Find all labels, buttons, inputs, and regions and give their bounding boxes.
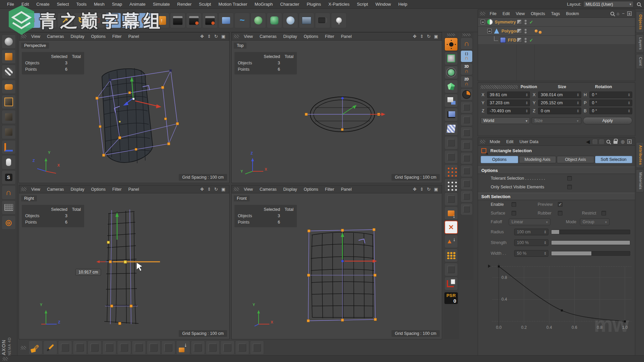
attribute-menu-item[interactable]: Mode bbox=[487, 139, 503, 144]
slide-tool-icon[interactable] bbox=[191, 341, 205, 355]
menu-item[interactable]: Snap bbox=[108, 2, 126, 7]
zoom-view-icon[interactable]: ⇕ bbox=[206, 187, 213, 192]
menu-item[interactable]: Simulate bbox=[149, 2, 174, 7]
lock-icon[interactable] bbox=[613, 141, 618, 144]
layer-color-swatch[interactable] bbox=[517, 38, 522, 43]
drag-handle-icon[interactable] bbox=[21, 346, 26, 350]
strength-slider[interactable] bbox=[551, 240, 630, 245]
psr-reset-button[interactable]: PSR 0 bbox=[444, 292, 458, 304]
search-icon[interactable] bbox=[606, 140, 610, 143]
make-editable-icon[interactable] bbox=[2, 35, 16, 49]
drag-handle-icon[interactable] bbox=[463, 34, 471, 36]
viewport-menu-item[interactable]: Panel bbox=[337, 34, 355, 39]
rubber-checkbox[interactable] bbox=[558, 211, 562, 216]
drag-handle-icon[interactable] bbox=[234, 187, 239, 191]
light-icon[interactable] bbox=[331, 13, 346, 28]
tag-dot-icon[interactable] bbox=[535, 29, 538, 33]
snap-2d-icon[interactable]: 2D bbox=[461, 76, 473, 88]
honeycomb-array-icon[interactable] bbox=[444, 249, 458, 262]
polygon-snap-icon[interactable] bbox=[461, 127, 473, 139]
mirror-tool-icon[interactable] bbox=[444, 221, 458, 234]
side-tab[interactable]: Objects bbox=[636, 11, 644, 33]
mode-dropdown[interactable]: Group▾ bbox=[580, 219, 609, 225]
attribute-tab[interactable]: Object Axis bbox=[557, 156, 594, 163]
snap-3d-icon[interactable]: 3D bbox=[461, 63, 473, 75]
enable-axis-icon[interactable] bbox=[2, 140, 16, 154]
points-orange-icon[interactable] bbox=[444, 164, 458, 178]
axis-transfer-icon[interactable] bbox=[444, 277, 458, 290]
viewport-name[interactable]: Right bbox=[21, 195, 37, 201]
viewport-menu-item[interactable]: Options bbox=[88, 34, 109, 39]
drag-handle-icon[interactable] bbox=[21, 187, 26, 191]
maximize-view-icon[interactable]: ▣ bbox=[220, 187, 227, 192]
object-row-polygon[interactable]: Polygon bbox=[478, 27, 635, 36]
pan-view-icon[interactable]: ✥ bbox=[199, 34, 206, 39]
zoom-view-icon[interactable]: ⇕ bbox=[206, 34, 213, 39]
brush-tool-icon[interactable] bbox=[235, 341, 249, 355]
target-icon[interactable]: ◎ bbox=[620, 139, 626, 144]
explode-icon[interactable] bbox=[444, 80, 458, 93]
workplane-lock-icon[interactable] bbox=[2, 200, 16, 215]
enabled-check-icon[interactable]: ✓ bbox=[529, 38, 535, 43]
render-view-icon[interactable] bbox=[170, 13, 185, 28]
rotate-snap-icon[interactable] bbox=[461, 88, 473, 101]
enable-snap-icon[interactable] bbox=[2, 185, 16, 199]
pan-view-icon[interactable]: ✥ bbox=[199, 187, 206, 192]
viewport-solo-icon[interactable] bbox=[2, 155, 16, 169]
rotate-view-icon[interactable]: ↻ bbox=[425, 34, 432, 39]
normal-move-icon[interactable] bbox=[444, 235, 458, 248]
surface-checkbox[interactable] bbox=[512, 211, 516, 216]
menu-item[interactable]: Animate bbox=[126, 2, 149, 7]
camera-icon[interactable] bbox=[315, 13, 330, 28]
viewport-menu-item[interactable]: Panel bbox=[125, 34, 142, 39]
move-axis-icon[interactable] bbox=[444, 38, 458, 51]
menu-item[interactable]: Character bbox=[276, 2, 303, 7]
character-tool-icon[interactable] bbox=[444, 192, 458, 206]
rotate-view-icon[interactable]: ↻ bbox=[213, 34, 220, 39]
menu-item[interactable]: Motion Tracker bbox=[215, 2, 251, 7]
width-field[interactable]: 50 %⇕ bbox=[514, 250, 548, 257]
tolerant-selection-checkbox[interactable] bbox=[567, 176, 572, 181]
position-x-field[interactable]: 39.61 cm⇕ bbox=[487, 92, 530, 98]
radius-slider[interactable] bbox=[551, 230, 630, 234]
extrude-tool-icon[interactable] bbox=[102, 341, 116, 355]
side-tab[interactable]: Layers bbox=[636, 34, 644, 53]
matrix-grid-icon[interactable] bbox=[444, 122, 458, 135]
viewport-right[interactable]: ViewCamerasDisplayOptionsFilterPanel ✥ ⇕… bbox=[19, 185, 229, 339]
mograph-generator-icon[interactable] bbox=[267, 13, 282, 28]
snap-settings-icon[interactable] bbox=[2, 170, 16, 184]
restrict-checkbox[interactable] bbox=[601, 211, 606, 216]
history-forward-icon[interactable] bbox=[593, 139, 597, 144]
quantize-icon[interactable] bbox=[2, 216, 16, 230]
vertex-snap-icon[interactable] bbox=[461, 101, 473, 113]
falloff-dropdown[interactable]: Linear▾ bbox=[509, 219, 550, 225]
size-z-field[interactable]: 0 cm⇕ bbox=[538, 108, 581, 114]
viewport-menu-item[interactable]: Panel bbox=[125, 187, 142, 192]
viewport-top[interactable]: ViewCamerasDisplayOptionsFilterPanel ✥ ⇕… bbox=[231, 32, 442, 183]
smooth-shift-icon[interactable] bbox=[147, 341, 161, 355]
layout-selector[interactable]: MILG11 (User) ▾ bbox=[583, 1, 634, 7]
new-panel-icon[interactable]: + bbox=[627, 139, 632, 144]
viewport-menu-item[interactable]: Display bbox=[67, 187, 88, 192]
home-icon[interactable]: ⌂ bbox=[615, 11, 621, 16]
menu-item[interactable]: Help bbox=[394, 2, 411, 7]
rotate-view-icon[interactable]: ↻ bbox=[213, 187, 220, 192]
workplane-snap-icon[interactable] bbox=[461, 178, 473, 190]
workplane-mode-icon[interactable] bbox=[2, 80, 16, 94]
model-mode-icon[interactable] bbox=[2, 50, 16, 64]
viewport-menu-item[interactable]: Filter bbox=[109, 187, 125, 192]
edge-snap-icon[interactable] bbox=[461, 114, 473, 126]
guide-snap-icon[interactable] bbox=[461, 203, 473, 215]
intersection-snap-icon[interactable] bbox=[461, 152, 473, 164]
viewport-menu-item[interactable]: Display bbox=[280, 34, 301, 39]
set-point-value-icon[interactable] bbox=[176, 341, 190, 355]
apply-button[interactable]: Apply bbox=[583, 117, 632, 124]
radius-field[interactable]: 100 cm⇕ bbox=[514, 229, 548, 235]
viewport-menu-item[interactable]: Options bbox=[88, 187, 109, 192]
menu-item[interactable]: MoGraph bbox=[251, 2, 276, 7]
side-tab[interactable]: Attributes bbox=[636, 142, 644, 168]
numbered-edit-icon[interactable] bbox=[444, 136, 458, 149]
search-icon[interactable] bbox=[610, 12, 614, 15]
soft-selection-group-header[interactable]: Soft Selection bbox=[478, 193, 635, 200]
stitch-sew-icon[interactable] bbox=[206, 341, 220, 355]
